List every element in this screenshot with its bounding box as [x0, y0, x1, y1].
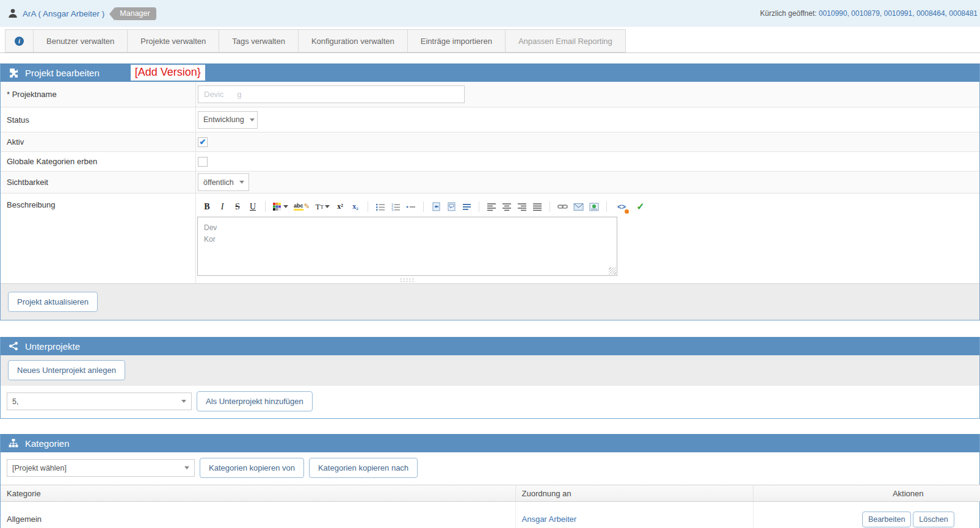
description-line: Dev	[204, 222, 611, 234]
tab-projekte-verwalten[interactable]: Projekte verwalten	[127, 29, 219, 52]
description-textarea[interactable]: Dev Kor	[197, 217, 617, 276]
projectname-row: * Projektname	[1, 82, 979, 107]
recent-issue-link[interactable]: 0010879	[847, 9, 879, 18]
username-link[interactable]: ArA ( Ansgar Arbeiter )	[23, 9, 104, 18]
chevron-down-icon	[250, 118, 255, 121]
share-icon	[9, 341, 18, 351]
status-select[interactable]: Entwicklung	[198, 111, 258, 129]
svg-text:3: 3	[391, 208, 393, 211]
tab-anpassen-email-reporting[interactable]: Anpassen Email Reporting	[505, 29, 626, 52]
bullet-list-icon[interactable]	[376, 201, 385, 212]
recent-label: Kürzlich geöffnet:	[760, 9, 817, 18]
status-row: Status Entwicklung	[1, 107, 979, 132]
sitemap-icon	[9, 438, 18, 448]
visibility-select[interactable]: öffentlich	[198, 173, 249, 191]
delete-category-button[interactable]: Löschen	[913, 512, 954, 527]
inherit-categories-row: Globale Kategorien erben	[1, 152, 979, 172]
align-center-icon[interactable]	[502, 201, 512, 212]
strikethrough-icon[interactable]: S	[233, 201, 242, 212]
superscript-icon[interactable]: x²	[335, 201, 345, 212]
check-icon: ✔	[200, 137, 206, 146]
page: ArA ( Ansgar Arbeiter ) Manager Kürzlich…	[0, 0, 980, 528]
email-icon[interactable]	[573, 201, 584, 212]
panel-title: Projekt bearbeiten	[25, 68, 100, 78]
user-icon	[7, 8, 18, 19]
inherit-categories-checkbox[interactable]	[198, 157, 208, 167]
column-header-kategorie: Kategorie	[1, 485, 515, 502]
description-line: Kor	[204, 234, 611, 245]
info-icon: i	[15, 37, 24, 46]
tab-eintraege-importieren[interactable]: Einträge importieren	[407, 29, 506, 52]
active-label: Aktiv	[1, 132, 196, 151]
table-row: Allgemein Ansgar Arbeiter Bearbeiten Lös…	[1, 502, 980, 528]
chevron-down-icon	[181, 400, 186, 403]
font-size-icon[interactable]: TT	[316, 201, 330, 212]
add-subproject-button[interactable]: Als Unterprojekt hinzufügen	[197, 391, 313, 411]
assigned-user-link[interactable]: Ansgar Arbeiter	[522, 515, 577, 524]
text-color-icon[interactable]	[273, 201, 288, 212]
project-select[interactable]: [Projekt wählen]	[7, 459, 195, 477]
align-left-icon[interactable]	[487, 201, 496, 212]
copy-categories-row: [Projekt wählen] Kategorien kopieren von…	[1, 452, 979, 485]
tab-tags-verwalten[interactable]: Tags verwalten	[219, 29, 299, 52]
edit-project-header: Projekt bearbeiten [Add Version}	[1, 63, 979, 82]
create-subproject-button[interactable]: Neues Unterprojekt anlegen	[8, 360, 125, 380]
visibility-label: Sichtbarkeit	[1, 172, 196, 193]
role-badge: Manager	[115, 7, 156, 20]
categories-panel: Kategorien [Projekt wählen] Kategorien k…	[0, 434, 980, 528]
column-header-zuordnung-an: Zuordnung an	[515, 485, 753, 502]
highlight-icon[interactable]: abc✎	[294, 201, 310, 212]
subprojects-header: Unterprojekte	[1, 337, 979, 355]
horizontal-rule-icon[interactable]	[406, 201, 416, 212]
active-checkbox[interactable]: ✔	[198, 137, 208, 147]
spellcheck-icon[interactable]: ✓	[636, 201, 645, 212]
recent-issue-link[interactable]: 0008481	[945, 9, 978, 18]
copy-categories-from-button[interactable]: Kategorien kopieren von	[200, 458, 304, 478]
bold-icon[interactable]: B	[202, 201, 212, 212]
paragraph-icon[interactable]	[462, 201, 471, 212]
recently-visited: Kürzlich geöffnet: 001099000108790010991…	[760, 9, 978, 18]
subscript-icon[interactable]: x₂	[350, 201, 360, 212]
puzzle-icon	[9, 68, 18, 78]
edit-category-button[interactable]: Bearbeiten	[862, 512, 911, 527]
link-icon[interactable]	[557, 201, 568, 212]
source-code-badge	[625, 209, 629, 214]
tab-benutzer-verwalten[interactable]: Benutzer verwalten	[33, 29, 128, 52]
align-right-icon[interactable]	[517, 201, 527, 212]
user-info: ArA ( Ansgar Arbeiter ) Manager	[7, 7, 156, 20]
recent-issue-link[interactable]: 0010991	[880, 9, 912, 18]
panel-title: Unterprojekte	[25, 341, 80, 352]
italic-icon[interactable]: I	[217, 201, 227, 212]
add-version-note: [Add Version}	[131, 65, 205, 81]
subproject-select[interactable]: 5,	[7, 392, 192, 410]
editor-drag-grip[interactable]	[399, 278, 415, 282]
recent-issue-link[interactable]: 0008464	[912, 9, 945, 18]
underline-icon[interactable]: U	[248, 201, 258, 212]
editor-toolbar: B I S U abc✎	[197, 198, 979, 215]
justify-icon[interactable]	[532, 201, 542, 212]
projectname-label: * Projektname	[1, 82, 196, 107]
resize-handle[interactable]	[609, 267, 616, 275]
copy-categories-to-button[interactable]: Kategorien kopieren nach	[309, 458, 418, 478]
inherit-categories-label: Globale Kategorien erben	[1, 152, 196, 171]
image-icon[interactable]	[589, 201, 599, 212]
categories-table-header-row: Kategorie Zuordnung an Aktionen	[1, 485, 980, 502]
active-row: Aktiv ✔	[1, 132, 979, 152]
update-project-button[interactable]: Projekt aktualisieren	[8, 292, 98, 312]
projectname-input[interactable]	[198, 85, 465, 103]
add-subproject-row: 5, Als Unterprojekt hinzufügen	[1, 386, 979, 418]
paste-code-icon[interactable]	[431, 201, 441, 212]
edit-project-footer: Projekt aktualisieren	[1, 283, 979, 320]
subprojects-panel: Unterprojekte Neues Unterprojekt anlegen…	[0, 337, 980, 419]
subprojects-toolbar: Neues Unterprojekt anlegen	[1, 355, 979, 386]
description-row: Beschreibung B I S U	[1, 193, 979, 283]
chevron-down-icon	[239, 181, 244, 184]
categories-header: Kategorien	[1, 434, 979, 452]
source-code-icon[interactable]: <>	[617, 201, 626, 212]
description-label: Beschreibung	[1, 193, 196, 283]
recent-issue-link[interactable]: 0010990	[819, 9, 848, 18]
numbered-list-icon[interactable]: 123	[391, 201, 401, 212]
tab-konfiguration-verwalten[interactable]: Konfiguration verwalten	[298, 29, 408, 52]
tab-info[interactable]: i	[5, 29, 34, 52]
quote-icon[interactable]	[446, 201, 456, 212]
